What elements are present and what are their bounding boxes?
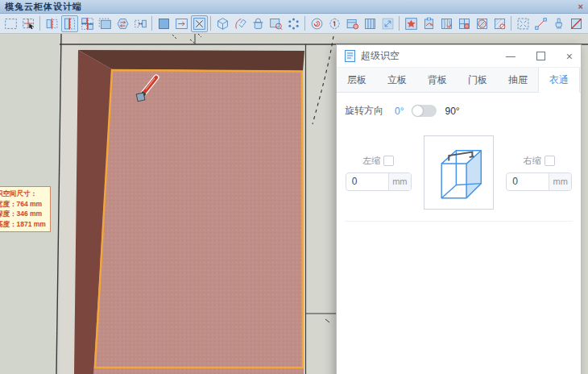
image-target-icon[interactable] <box>267 15 284 32</box>
gear-one-icon[interactable] <box>326 15 343 32</box>
rotation-toggle[interactable] <box>412 105 437 117</box>
panel-slash-icon[interactable] <box>568 15 585 32</box>
left-shrink-input[interactable]: 0 mm <box>346 172 412 191</box>
plugin-titlebar[interactable]: 超级识空 — × <box>337 45 581 68</box>
toolbar-separator <box>511 16 511 31</box>
maximize-icon[interactable] <box>536 52 545 60</box>
toolbar-separator <box>151 16 152 31</box>
tab-back[interactable]: 背板 <box>417 68 458 92</box>
right-shrink-group: 右缩 0 mm <box>505 155 573 191</box>
rotation-label: 旋转方向 <box>345 104 383 118</box>
left-shrink-checkbox[interactable] <box>383 156 394 166</box>
left-shrink-label: 左缩 <box>362 155 380 167</box>
edge-controls-row: 左缩 0 mm <box>345 135 573 222</box>
tab-drawer[interactable]: 抽屉 <box>498 68 538 92</box>
window-dot-icon[interactable] <box>456 15 473 32</box>
delete-panel-icon[interactable] <box>191 15 208 32</box>
tooltip-title: 识空间尺寸： <box>0 189 46 199</box>
toggle-knob <box>412 106 423 116</box>
swap-panels-icon[interactable] <box>114 15 131 32</box>
toolbar-separator <box>39 16 40 31</box>
fill-panel-icon[interactable] <box>97 15 114 32</box>
plugin-window: 超级识空 — × 层板立板背板门板抽屉衣通 旋转方向 0° 90° <box>336 44 582 374</box>
document-icon <box>345 50 355 62</box>
toolbar-titlebar: 模兔云柜体设计端 × <box>0 0 588 14</box>
toolbar-close-icon[interactable]: × <box>578 2 583 11</box>
minimize-icon[interactable]: — <box>506 52 516 60</box>
rotation-option-0[interactable]: 0° <box>395 106 404 117</box>
tab-shelf[interactable]: 层板 <box>337 68 377 92</box>
left-shrink-unit: mm <box>388 173 411 190</box>
hatch-slash-icon[interactable] <box>474 15 491 32</box>
right-shrink-checkbox[interactable] <box>545 156 555 166</box>
app-root: 模兔云柜体设计端 × <box>0 0 588 374</box>
tab-door[interactable]: 门板 <box>458 68 498 92</box>
plugin-window-controls: — × <box>506 52 573 61</box>
close-icon[interactable]: × <box>566 52 573 61</box>
left-shrink-group: 左缩 0 mm <box>345 155 412 191</box>
dimension-line: 宽度：764 mm <box>0 199 46 210</box>
select-marquee-icon[interactable] <box>2 15 19 32</box>
right-shrink-label: 右缩 <box>524 155 541 167</box>
clipboard-sweep-icon[interactable] <box>420 15 437 32</box>
measure-line-icon[interactable] <box>532 15 549 32</box>
table-grid-icon[interactable] <box>362 15 379 32</box>
star-badge-icon[interactable] <box>403 15 420 32</box>
plugin-title: 超级识空 <box>361 49 400 63</box>
panel-texture <box>93 69 304 374</box>
spiral-icon[interactable] <box>308 15 325 32</box>
toolbar-title: 模兔云柜体设计端 <box>5 1 82 13</box>
cube-3d-icon[interactable] <box>214 15 231 32</box>
left-shrink-value[interactable]: 0 <box>346 173 388 190</box>
magnet-icon[interactable] <box>232 15 249 32</box>
toolbar-separator <box>210 16 211 31</box>
toolbar-separator <box>304 16 305 31</box>
wood-grain-icon[interactable] <box>438 15 455 32</box>
tab-rail[interactable]: 衣通 <box>538 68 580 93</box>
tab-bar: 层板立板背板门板抽屉衣通 <box>337 68 581 93</box>
solid-panel-icon[interactable] <box>155 15 172 32</box>
dimension-line: 深度：346 mm <box>0 209 46 219</box>
right-shrink-value[interactable]: 0 <box>507 173 549 190</box>
paint-bucket-icon[interactable] <box>250 15 267 32</box>
move-panel-icon[interactable] <box>173 15 190 32</box>
right-shrink-input[interactable]: 0 mm <box>506 172 572 191</box>
merge-panels-icon[interactable] <box>132 15 149 32</box>
select-cursor-icon[interactable] <box>20 15 37 32</box>
split-vertical-icon[interactable] <box>61 15 78 32</box>
plugin-body: 旋转方向 0° 90° 左缩 0 mm <box>337 93 581 222</box>
toolbar <box>0 14 588 34</box>
split-horizontal-icon[interactable] <box>43 15 60 32</box>
hatch-block-icon[interactable] <box>491 15 508 32</box>
niche-top-face <box>78 50 304 71</box>
dimension-line: 高度：1871 mm <box>0 219 46 230</box>
right-shrink-unit: mm <box>549 173 571 190</box>
broom-icon[interactable] <box>550 15 567 32</box>
split-grid-icon[interactable] <box>79 15 96 32</box>
wardrobe-cube-icon <box>427 139 491 206</box>
frame-arrows-icon[interactable] <box>515 15 532 32</box>
folder-export-icon[interactable] <box>344 15 361 32</box>
molecule-icon[interactable] <box>285 15 302 32</box>
tab-vertical[interactable]: 立板 <box>377 68 417 92</box>
viewport[interactable]: 识空间尺寸： 宽度：764 mm深度：346 mm高度：1871 mm 超级识空… <box>0 34 588 374</box>
dimensions-tooltip: 识空间尺寸： 宽度：764 mm深度：346 mm高度：1871 mm <box>0 186 51 232</box>
expand-icon[interactable] <box>379 15 396 32</box>
rotation-option-90[interactable]: 90° <box>445 106 459 117</box>
toolbar-separator <box>399 16 400 31</box>
cabinet-diagram <box>424 135 495 210</box>
rotation-row: 旋转方向 0° 90° <box>345 104 573 118</box>
